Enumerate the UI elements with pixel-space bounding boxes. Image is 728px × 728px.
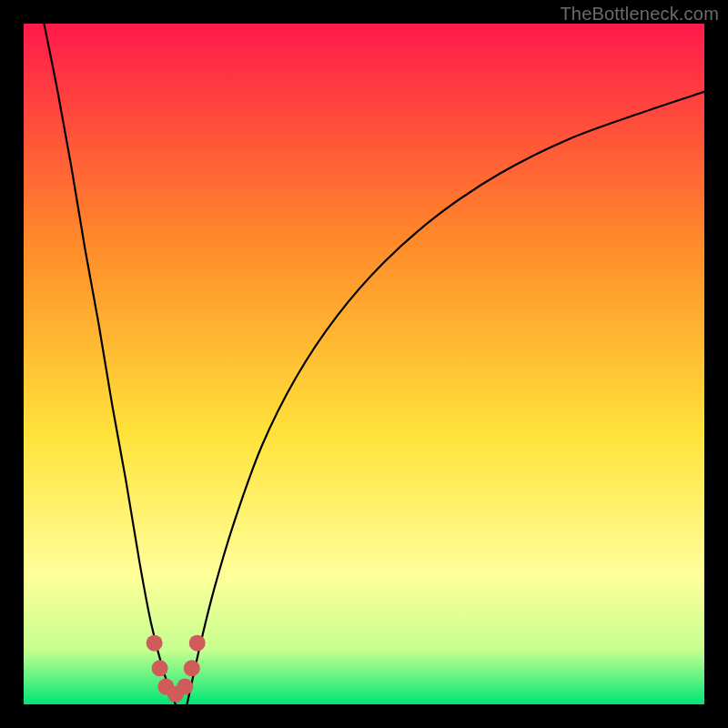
data-marker [147, 635, 163, 652]
data-marker [189, 635, 206, 652]
data-marker [184, 660, 200, 676]
chart-frame: TheBottleneck.com [0, 0, 728, 728]
watermark-text: TheBottleneck.com [560, 4, 719, 25]
data-marker [177, 679, 193, 695]
data-marker [152, 660, 168, 676]
chart-svg [24, 24, 704, 704]
plot-area [24, 24, 704, 704]
